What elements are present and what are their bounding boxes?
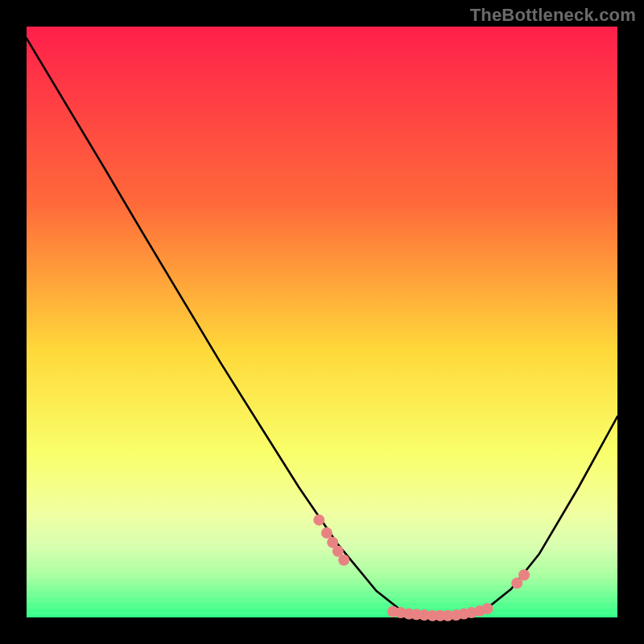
banding-row — [27, 612, 617, 615]
banding-row — [27, 600, 617, 603]
highlight-point — [482, 603, 493, 614]
highlight-point — [338, 555, 349, 566]
chart-svg — [0, 0, 644, 644]
watermark-text: TheBottleneck.com — [470, 5, 636, 26]
chart-stage: TheBottleneck.com — [0, 0, 644, 644]
highlight-point — [518, 569, 530, 580]
banding-row — [27, 559, 617, 562]
banding-row — [27, 511, 617, 514]
banding-row — [27, 582, 617, 585]
banding-row — [27, 552, 617, 555]
banding-row — [27, 588, 617, 591]
banding-row — [27, 594, 617, 597]
banding-row — [27, 605, 617, 609]
banding-row — [27, 547, 617, 550]
highlight-point — [321, 527, 332, 539]
banding-row — [27, 541, 617, 544]
highlight-point — [313, 514, 324, 526]
